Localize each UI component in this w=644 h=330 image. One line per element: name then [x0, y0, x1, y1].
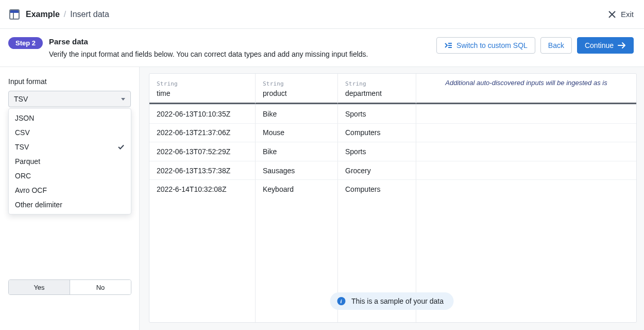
table-cell: Mouse	[256, 123, 338, 142]
table-cell: 2022-06-13T07:52:29Z	[149, 142, 256, 161]
column-header-extra: Additional auto-discovered inputs will b…	[416, 74, 636, 104]
exit-label: Exit	[621, 10, 634, 19]
dropdown-option[interactable]: Avro OCF	[9, 183, 131, 197]
column-header-product[interactable]: String product	[256, 74, 338, 104]
table-cell: 2022-06-13T13:57:38Z	[149, 161, 256, 180]
continue-button[interactable]: Continue	[577, 37, 634, 54]
column-name: department	[345, 89, 409, 97]
table-cell: Bike	[256, 104, 338, 123]
table-cell	[256, 199, 338, 322]
dropdown-option[interactable]: JSON	[9, 111, 131, 125]
column-name: product	[263, 89, 330, 97]
back-label: Back	[548, 41, 564, 50]
column-type: String	[157, 80, 178, 87]
check-icon	[117, 143, 125, 151]
sql-icon	[444, 42, 452, 49]
table-cell-extra	[416, 104, 636, 123]
column-header-department[interactable]: String department	[338, 74, 416, 104]
dropdown-option-label: JSON	[15, 114, 34, 122]
table-cell: Bike	[256, 142, 338, 161]
column-type: String	[263, 80, 284, 87]
app-icon	[9, 9, 20, 20]
main: Input format TSV JSONCSVTSVParquetORCAvr…	[0, 67, 644, 330]
table-cell: Computers	[338, 179, 416, 199]
dropdown-option[interactable]: CSV	[9, 125, 131, 140]
input-format-value: TSV	[14, 95, 28, 103]
table-row: 2022-6-14T10:32:08ZKeyboardComputers	[149, 179, 636, 199]
column-name: time	[157, 89, 248, 97]
table-cell: Grocery	[338, 161, 416, 180]
table-cell: Computers	[338, 123, 416, 142]
sample-data-toast: i This is a sample of your data	[330, 292, 454, 310]
breadcrumb-page: Insert data	[70, 10, 109, 19]
table-row: 2022-06-13T10:10:35ZBikeSports	[149, 104, 636, 123]
segmented-no[interactable]: No	[70, 280, 131, 294]
table-cell	[149, 199, 256, 322]
dropdown-option[interactable]: ORC	[9, 169, 131, 183]
column-type: String	[345, 80, 366, 87]
table-cell: 2022-06-13T21:37:06Z	[149, 123, 256, 142]
table-cell-extra	[416, 161, 636, 180]
table-cell: Sausages	[256, 161, 338, 180]
table-cell: Keyboard	[256, 179, 338, 199]
dropdown-option[interactable]: Parquet	[9, 154, 131, 169]
table-cell-extra	[416, 179, 636, 199]
close-icon	[608, 11, 616, 18]
switch-to-custom-sql-button[interactable]: Switch to custom SQL	[436, 37, 535, 54]
step-pill: Step 2	[8, 37, 43, 49]
table-cell-extra	[416, 142, 636, 161]
dropdown-option-label: ORC	[15, 172, 31, 180]
table-cell-extra	[416, 123, 636, 142]
table-row: 2022-06-13T13:57:38ZSausagesGrocery	[149, 161, 636, 180]
table-row: 2022-06-13T07:52:29ZBikeSports	[149, 142, 636, 161]
arrow-right-icon	[618, 42, 626, 49]
input-format-select[interactable]: TSV	[8, 91, 131, 107]
preview-table: String time String product String depart…	[149, 73, 637, 323]
breadcrumb-app[interactable]: Example	[26, 10, 60, 19]
table-cell: 2022-6-14T10:32:08Z	[149, 179, 256, 199]
table-cell: Sports	[338, 104, 416, 123]
dropdown-option-label: Other delimiter	[15, 201, 62, 209]
table-row: 2022-06-13T21:37:06ZMouseComputers	[149, 123, 636, 142]
input-format-label: Input format	[8, 77, 131, 86]
dropdown-option-label: TSV	[15, 143, 29, 151]
continue-label: Continue	[585, 41, 614, 50]
top-bar: Example / Insert data Exit	[0, 0, 644, 29]
step-text: Parse data Verify the input format and f…	[49, 37, 368, 58]
info-icon: i	[337, 297, 345, 305]
table-cell: Sports	[338, 142, 416, 161]
step-title: Parse data	[49, 37, 368, 46]
sidebar: Input format TSV JSONCSVTSVParquetORCAvr…	[0, 67, 140, 330]
step-description: Verify the input format and fields below…	[49, 50, 368, 58]
step-bar: Step 2 Parse data Verify the input forma…	[0, 29, 644, 67]
dropdown-option-label: CSV	[15, 128, 30, 137]
column-header-time[interactable]: String time	[149, 74, 256, 104]
breadcrumb-separator-icon: /	[64, 10, 66, 19]
input-format-dropdown: JSONCSVTSVParquetORCAvro OCFOther delimi…	[8, 108, 131, 214]
dropdown-option-label: Parquet	[15, 157, 40, 166]
step-buttons: Switch to custom SQL Back Continue	[436, 37, 634, 54]
back-button[interactable]: Back	[540, 37, 572, 54]
segmented-control: Yes No	[8, 279, 131, 295]
table-header-row: String time String product String depart…	[149, 74, 636, 104]
content-area: String time String product String depart…	[140, 67, 644, 330]
switch-sql-label: Switch to custom SQL	[456, 41, 528, 50]
dropdown-option[interactable]: TSV	[9, 140, 131, 154]
chevron-down-icon	[121, 98, 125, 101]
extra-columns-note: Additional auto-discovered inputs will b…	[423, 79, 629, 87]
exit-button[interactable]: Exit	[608, 10, 634, 19]
segmented-yes[interactable]: Yes	[9, 280, 70, 294]
table-cell: 2022-06-13T10:10:35Z	[149, 104, 256, 123]
dropdown-option-label: Avro OCF	[15, 186, 47, 194]
breadcrumb: Example / Insert data	[26, 10, 109, 19]
toast-text: This is a sample of your data	[351, 297, 444, 305]
dropdown-option[interactable]: Other delimiter	[9, 197, 131, 212]
